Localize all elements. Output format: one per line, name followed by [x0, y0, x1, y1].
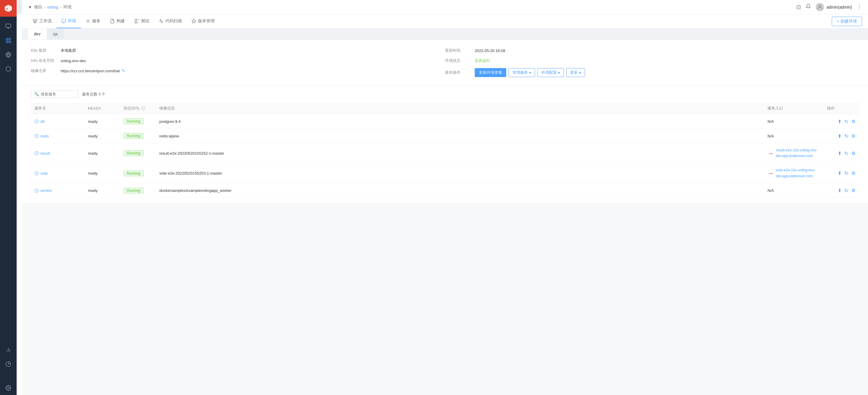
sidebar-item-deploy[interactable] — [0, 48, 17, 62]
config-icon-redis[interactable]: ⚙ — [851, 133, 856, 139]
main-content: ▼ 项目 › voting › 环境 ⊡ admin(admin) ⋮ — [22, 0, 868, 395]
svg-rect-16 — [33, 19, 34, 21]
env-tab-qa[interactable]: qa — [47, 29, 64, 39]
service-ready-result: ready — [85, 143, 120, 163]
info-image-repo-row: 镜像仓库 https://ccr.ccs.tencentyun.com/tria… — [31, 66, 445, 76]
more-button[interactable]: 更多 ▾ — [566, 68, 585, 77]
service-entry-link-result[interactable]: result-e2e-10x-voting-env-dev.app.kodero… — [776, 148, 820, 159]
tab-build[interactable]: 构建 — [105, 14, 130, 28]
status-badge-result: Running — [124, 150, 144, 156]
service-name-cell: db — [31, 114, 85, 129]
svg-rect-17 — [36, 19, 37, 21]
service-count: 服务总数 5 个 — [82, 92, 105, 97]
upload-icon-db[interactable]: ⬆ — [838, 119, 841, 124]
info-k8s-cluster-value: 本地集群 — [61, 48, 76, 53]
status-help-icon[interactable]: ⓘ — [141, 106, 145, 110]
sidebar-item-pie[interactable] — [0, 357, 17, 371]
search-input[interactable] — [41, 92, 75, 96]
avatar — [816, 3, 824, 11]
manage-services-arrow-icon: ▾ — [529, 70, 531, 75]
config-icon-worker[interactable]: ⚙ — [851, 188, 856, 193]
notification-icon[interactable] — [806, 4, 811, 10]
svg-marker-0 — [5, 5, 12, 12]
service-link-result[interactable]: result — [34, 151, 81, 156]
update-env-vars-button[interactable]: 更新环境变量 — [475, 68, 506, 77]
image-repo-edit-icon[interactable]: ✎ — [122, 68, 125, 73]
refresh-icon-result[interactable]: ↻ — [844, 151, 848, 156]
tab-test[interactable]: 测试 — [130, 14, 154, 28]
refresh-icon-worker[interactable]: ↻ — [844, 188, 848, 193]
upload-icon-vote[interactable]: ⬆ — [838, 171, 841, 176]
service-entry-result: → result-e2e-10x-voting-env-dev.app.kode… — [764, 143, 824, 163]
service-status-db: Running — [120, 114, 156, 129]
sidebar-collapse-button[interactable]: ‹ — [17, 0, 22, 14]
upload-icon-redis[interactable]: ⬆ — [838, 133, 841, 139]
config-icon-vote[interactable]: ⚙ — [851, 171, 856, 176]
topbar: ▼ 项目 › voting › 环境 ⊡ admin(admin) ⋮ — [22, 0, 868, 14]
service-table: 服务名 READY 状态(5/5) ⓘ 镜像信息 服务入口 操作 — [31, 102, 859, 198]
more-arrow-icon: ▾ — [579, 70, 581, 75]
info-update-time-row: 更新时间 2022-05-20 16:08 — [445, 45, 859, 56]
refresh-icon-redis[interactable]: ↻ — [844, 133, 848, 139]
service-link-worker[interactable]: worker — [34, 188, 81, 193]
th-ops: 操作 — [824, 102, 859, 114]
create-env-button[interactable]: + 创建环境 — [832, 17, 862, 26]
status-badge-vote: Running — [124, 171, 144, 176]
service-ready-worker: ready — [85, 183, 120, 198]
env-tabs: dev qa — [22, 29, 868, 39]
status-badge-worker: Running — [124, 188, 144, 194]
table-row: vote ready Running vote-e2e:202205201552… — [31, 163, 859, 183]
info-section: K8s 集群 本地集群 K8s 命名空间 voting-env-dev 镜像仓库… — [22, 39, 868, 86]
breadcrumb-voting[interactable]: voting — [47, 5, 58, 9]
breadcrumb-env: 环境 — [63, 4, 72, 10]
config-icon-db[interactable]: ⚙ — [851, 119, 856, 124]
service-name-cell: vote — [31, 163, 85, 183]
service-link-vote[interactable]: vote — [34, 171, 81, 176]
service-link-db[interactable]: db — [34, 119, 81, 124]
env-tab-dev[interactable]: dev — [28, 29, 47, 39]
config-icon-result[interactable]: ⚙ — [851, 151, 856, 156]
refresh-icon-db[interactable]: ↻ — [844, 119, 848, 124]
service-ready-db: ready — [85, 114, 120, 129]
service-link-redis[interactable]: redis — [34, 134, 81, 138]
env-config-button[interactable]: 环境配置 ▾ — [537, 68, 564, 77]
search-box[interactable]: 🔍 — [31, 90, 79, 98]
svg-rect-7 — [6, 41, 8, 43]
tab-service[interactable]: 服务 — [81, 14, 105, 28]
service-image-worker: dockersamples/examplevotingapp_worker — [156, 183, 764, 198]
service-section: 🔍 服务总数 5 个 服务名 READY 状态(5/5) — [22, 86, 868, 203]
sidebar-item-monitor[interactable] — [0, 19, 17, 33]
svg-rect-23 — [62, 19, 65, 22]
sidebar: K — [0, 0, 17, 395]
svg-point-26 — [87, 21, 89, 22]
svg-point-14 — [8, 387, 9, 389]
tab-version[interactable]: 版本管理 — [187, 14, 219, 28]
topbar-more-icon[interactable]: ⋮ — [857, 4, 862, 10]
service-name-cell: worker — [31, 183, 85, 198]
table-body: db ready Running postgres:9.4 N/A — [31, 114, 859, 198]
service-image-vote: vote-e2e:20220520155253-1-master — [156, 163, 764, 183]
info-k8s-cluster-row: K8s 集群 本地集群 — [31, 45, 445, 56]
sidebar-item-settings[interactable] — [0, 381, 17, 395]
info-k8s-namespace-row: K8s 命名空间 voting-env-dev — [31, 56, 445, 66]
topbar-user[interactable]: admin(admin) — [816, 3, 852, 11]
sidebar-item-chart[interactable] — [0, 343, 17, 357]
upload-icon-result[interactable]: ⬆ — [838, 151, 841, 156]
sidebar-item-package[interactable] — [0, 62, 17, 76]
tab-workflow[interactable]: 工作流 — [28, 14, 57, 28]
breadcrumb-dropdown-icon[interactable]: ▼ — [28, 5, 32, 9]
sidebar-nav — [0, 17, 17, 395]
manage-services-button[interactable]: 管理服务 ▾ — [508, 68, 535, 77]
tab-scan[interactable]: 代码扫描 — [154, 14, 187, 28]
topbar-right: ⊡ admin(admin) ⋮ — [796, 3, 862, 11]
tab-env[interactable]: 环境 — [57, 14, 81, 28]
service-entry-link-vote[interactable]: vote-e2e-10x-voting-env-dev.app.koderove… — [776, 168, 820, 179]
fullscreen-icon[interactable]: ⊡ — [796, 4, 801, 10]
refresh-icon-vote[interactable]: ↻ — [844, 171, 848, 176]
table-row: result ready Running result-e2e:20220520… — [31, 143, 859, 163]
service-ops-result: ⬆ ↻ ⚙ — [824, 143, 859, 163]
upload-icon-worker[interactable]: ⬆ — [838, 188, 841, 193]
sidebar-item-pm[interactable] — [0, 33, 17, 48]
breadcrumb-sep2: › — [60, 5, 62, 9]
action-icons-redis: ⬆ ↻ ⚙ — [827, 133, 856, 139]
